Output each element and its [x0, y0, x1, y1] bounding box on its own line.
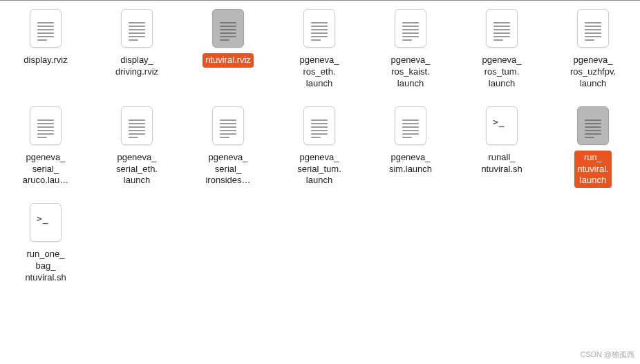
- shell-script-icon: >_: [28, 202, 64, 243]
- text-file-icon: [393, 8, 429, 49]
- file-label: display_driving.rviz: [113, 53, 161, 79]
- file-item[interactable]: pgeneva_serial_eth.launch: [91, 105, 182, 189]
- text-file-icon: [210, 8, 246, 49]
- file-label: pgeneva_ros_uzhfpv.launch: [567, 53, 619, 91]
- file-label: run_one_bag_ntuviral.sh: [22, 247, 68, 285]
- text-file-icon: [210, 105, 246, 146]
- file-label: pgeneva_serial_eth.launch: [113, 151, 160, 189]
- text-file-icon: [28, 105, 64, 146]
- file-grid: display.rvizdisplay_driving.rvizntuviral…: [0, 1, 640, 299]
- file-item[interactable]: pgeneva_serial_tum.launch: [274, 105, 365, 189]
- prompt-glyph: >_: [493, 117, 505, 127]
- file-label: pgeneva_ros_tum.launch: [479, 53, 524, 91]
- prompt-glyph: >_: [37, 213, 49, 224]
- file-item[interactable]: pgeneva_ros_uzhfpv.launch: [547, 8, 639, 91]
- file-item[interactable]: display_driving.rviz: [91, 8, 182, 91]
- text-file-icon: [575, 105, 611, 146]
- file-item[interactable]: pgeneva_serial_ironsides…: [182, 105, 274, 189]
- file-item[interactable]: pgeneva_serial_aruco.lau…: [0, 105, 91, 189]
- file-label: run_ntuviral.launch: [574, 151, 612, 189]
- text-file-icon: [575, 8, 611, 49]
- file-item[interactable]: pgeneva_ros_kaist.launch: [365, 8, 456, 91]
- file-label: ntuviral.rviz: [203, 53, 254, 68]
- file-label: pgeneva_ros_kaist.launch: [388, 53, 433, 91]
- file-label: pgeneva_sim.launch: [386, 151, 435, 177]
- file-label: pgeneva_ros_eth.launch: [297, 53, 341, 91]
- file-item[interactable]: ntuviral.rviz: [182, 8, 274, 91]
- file-label: pgeneva_serial_tum.launch: [294, 151, 344, 189]
- file-item[interactable]: pgeneva_ros_eth.launch: [274, 8, 365, 91]
- file-item[interactable]: display.rviz: [0, 8, 91, 91]
- file-label: pgeneva_serial_ironsides…: [203, 151, 253, 189]
- file-item[interactable]: >_run_one_bag_ntuviral.sh: [0, 202, 91, 285]
- file-item[interactable]: >_runall_ntuviral.sh: [456, 105, 547, 189]
- file-item[interactable]: run_ntuviral.launch: [547, 105, 639, 189]
- file-label: pgeneva_serial_aruco.lau…: [20, 151, 71, 189]
- shell-script-icon: >_: [484, 105, 520, 146]
- file-label: display.rviz: [21, 53, 70, 68]
- file-item[interactable]: pgeneva_sim.launch: [365, 105, 456, 189]
- text-file-icon: [28, 8, 64, 49]
- text-file-icon: [393, 105, 429, 146]
- file-item[interactable]: pgeneva_ros_tum.launch: [456, 8, 547, 91]
- text-file-icon: [484, 8, 520, 49]
- text-file-icon: [119, 8, 155, 49]
- text-file-icon: [301, 105, 337, 146]
- text-file-icon: [119, 105, 155, 146]
- text-file-icon: [301, 8, 337, 49]
- watermark-text: CSDN @独孤西: [581, 349, 634, 360]
- file-label: runall_ntuviral.sh: [478, 151, 525, 177]
